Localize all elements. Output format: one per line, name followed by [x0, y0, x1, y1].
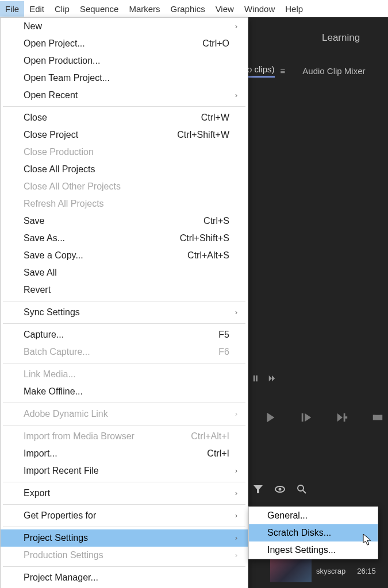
submenu-item-label: General... — [267, 510, 308, 521]
funnel-icon[interactable] — [253, 484, 263, 497]
menu-help[interactable]: Help — [280, 1, 308, 17]
step-forward-icon[interactable] — [300, 411, 313, 426]
menu-item-label: Open Production... — [24, 56, 229, 66]
menu-separator — [3, 504, 245, 505]
menu-item-label: Import Recent File — [24, 466, 229, 476]
file-menu-item[interactable]: CloseCtrl+W — [1, 109, 248, 126]
play-icon[interactable] — [264, 411, 277, 426]
menu-item-shortcut: Ctrl+Alt+I — [191, 431, 229, 442]
file-menu-item[interactable]: Capture...F5 — [1, 326, 248, 343]
panel-tab-audio-mixer[interactable]: Audio Clip Mixer — [302, 66, 365, 76]
file-menu-item[interactable]: Open Recent› — [1, 87, 248, 104]
svg-marker-7 — [337, 413, 343, 422]
menu-edit[interactable]: Edit — [24, 1, 49, 17]
menu-graphics[interactable]: Graphics — [166, 1, 210, 17]
file-menu-item: Refresh All Projects — [1, 195, 248, 212]
insert-icon[interactable] — [371, 411, 384, 426]
menu-item-label: Revert — [24, 285, 229, 295]
menu-item-label: Production Settings — [24, 550, 229, 560]
menu-separator — [3, 323, 245, 324]
file-menu-item[interactable]: Sync Settings› — [1, 304, 248, 321]
menu-item-shortcut: Ctrl+O — [202, 38, 229, 49]
clip-thumbnail[interactable] — [270, 559, 312, 582]
menu-item-label: Close — [24, 113, 194, 123]
svg-rect-11 — [375, 413, 379, 415]
submenu-arrow-icon: › — [233, 22, 240, 30]
file-menu-item[interactable]: Open Production... — [1, 52, 248, 69]
panel-menu-icon[interactable]: ≡ — [281, 66, 286, 76]
submenu-item[interactable]: Scratch Disks... — [249, 524, 378, 541]
submenu-arrow-icon: › — [233, 551, 240, 559]
marker-prev-icon[interactable] — [253, 374, 261, 385]
svg-marker-3 — [272, 376, 275, 382]
eye-icon[interactable] — [275, 484, 285, 497]
menu-item-label: Save a Copy... — [24, 250, 180, 261]
file-menu-item: Close All Other Projects — [1, 178, 248, 195]
file-menu-item[interactable]: Open Team Project... — [1, 69, 248, 87]
file-menu-item[interactable]: Export› — [1, 485, 248, 502]
submenu-arrow-icon: › — [233, 489, 240, 497]
project-panel-icons — [253, 484, 307, 497]
file-menu-item[interactable]: Close All Projects — [1, 161, 248, 178]
svg-rect-1 — [256, 376, 258, 382]
mouse-cursor-icon — [363, 533, 373, 548]
submenu-item[interactable]: Ingest Settings... — [249, 541, 378, 559]
menu-item-shortcut: F5 — [218, 330, 229, 340]
file-menu-item[interactable]: Import...Ctrl+I — [1, 445, 248, 462]
menu-item-label: Open Team Project... — [24, 73, 229, 83]
mini-controls — [253, 374, 276, 385]
file-menu-item[interactable]: Import Recent File› — [1, 462, 248, 479]
file-menu-item[interactable]: Project Settings› — [1, 529, 248, 547]
search-icon[interactable] — [297, 484, 307, 497]
file-menu-item[interactable]: Close ProjectCtrl+Shift+W — [1, 126, 248, 144]
svg-rect-9 — [344, 416, 347, 419]
menu-sequence[interactable]: Sequence — [75, 1, 124, 17]
menu-item-shortcut: Ctrl+Shift+S — [180, 233, 229, 243]
file-menu-item[interactable]: SaveCtrl+S — [1, 212, 248, 230]
file-menu-item[interactable]: Make Offline... — [1, 383, 248, 400]
menu-item-label: Close Production — [24, 147, 229, 157]
panel-tab-clips[interactable]: o clips) — [247, 64, 275, 78]
menu-item-label: Close All Other Projects — [24, 181, 229, 192]
file-menu-item[interactable]: New› — [1, 18, 248, 35]
menu-item-shortcut: Ctrl+I — [207, 448, 229, 459]
menu-item-label: Import from Media Browser — [24, 431, 184, 442]
svg-rect-0 — [253, 376, 255, 382]
file-menu-item[interactable]: Save All — [1, 264, 248, 281]
file-menu-item[interactable]: Project Manager... — [1, 569, 248, 586]
svg-marker-12 — [253, 485, 263, 493]
svg-marker-2 — [269, 376, 272, 382]
menu-view[interactable]: View — [210, 1, 239, 17]
menu-item-label: Save As... — [24, 233, 173, 243]
submenu-arrow-icon: › — [233, 91, 240, 99]
menu-item-label: Open Recent — [24, 90, 229, 100]
file-menu-item[interactable]: Revert — [1, 281, 248, 299]
workspace-tab-learning[interactable]: Learning — [322, 32, 360, 44]
file-menu-item[interactable]: Save a Copy...Ctrl+Alt+S — [1, 247, 248, 264]
file-menu-item: Production Settings› — [1, 547, 248, 564]
menu-item-label: New — [24, 21, 229, 32]
menu-item-label: Close Project — [24, 130, 170, 140]
go-to-out-icon[interactable] — [336, 411, 348, 426]
menu-item-label: Adobe Dynamic Link — [24, 409, 229, 419]
menu-item-shortcut: Ctrl+Shift+W — [177, 130, 229, 140]
menu-item-label: Close All Projects — [24, 164, 229, 175]
file-menu-item[interactable]: Open Project...Ctrl+O — [1, 35, 248, 52]
submenu-item[interactable]: General... — [249, 507, 378, 524]
menu-clip[interactable]: Clip — [49, 1, 75, 17]
file-menu-item[interactable]: Get Properties for› — [1, 507, 248, 524]
clip-name-label: skyscrap — [316, 567, 345, 575]
svg-line-16 — [303, 490, 306, 493]
marker-add-icon[interactable] — [268, 374, 276, 385]
svg-point-15 — [298, 485, 304, 491]
menu-markers[interactable]: Markers — [124, 1, 165, 17]
project-settings-submenu: General...Scratch Disks...Ingest Setting… — [248, 506, 378, 559]
menu-item-label: Open Project... — [24, 38, 195, 49]
menu-file[interactable]: File — [0, 1, 24, 17]
svg-rect-5 — [302, 413, 304, 422]
menu-window[interactable]: Window — [239, 1, 280, 17]
file-menu-item[interactable]: Save As...Ctrl+Shift+S — [1, 230, 248, 247]
svg-marker-17 — [363, 534, 371, 545]
menu-item-label: Batch Capture... — [24, 347, 212, 357]
menu-separator — [3, 363, 245, 363]
